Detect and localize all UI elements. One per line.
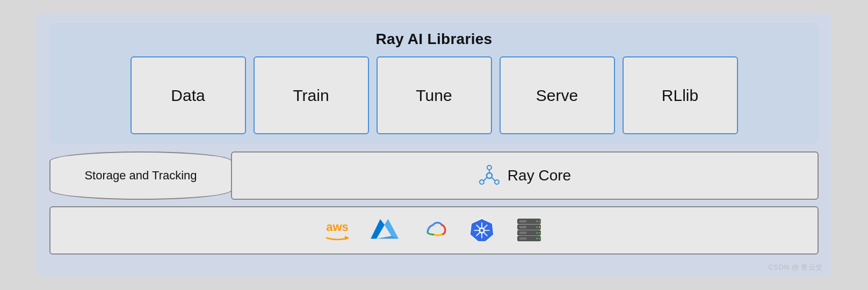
ray-ai-section: Ray AI Libraries Data Train Tune Serve R… (49, 23, 819, 144)
azure-icon (371, 219, 399, 242)
library-card-data: Data (131, 56, 246, 134)
storage-tracking-label: Storage and Tracking (84, 169, 197, 183)
cloud-providers: aws (49, 206, 819, 255)
library-card-serve-label: Serve (536, 86, 578, 105)
aws-text: aws (326, 220, 349, 234)
svg-point-3 (480, 180, 484, 184)
svg-point-5 (495, 180, 499, 184)
svg-marker-8 (371, 219, 385, 239)
middle-row: Storage and Tracking Ray Core (49, 151, 819, 200)
aws-icon: aws (326, 220, 349, 241)
svg-point-31 (536, 232, 538, 234)
library-card-tune-label: Tune (416, 86, 452, 105)
ray-core: Ray Core (231, 151, 819, 200)
aws-arrow-svg (326, 235, 349, 241)
svg-point-34 (539, 238, 540, 240)
svg-rect-35 (519, 220, 526, 222)
storage-tracking: Storage and Tracking (49, 151, 232, 200)
ray-core-icon (479, 165, 500, 186)
server-icon (516, 218, 542, 243)
library-card-train-label: Train (293, 86, 329, 105)
svg-point-32 (539, 232, 540, 234)
ray-ai-title: Ray AI Libraries (58, 31, 810, 48)
svg-point-14 (480, 229, 483, 232)
svg-line-6 (491, 178, 495, 181)
svg-rect-38 (519, 237, 526, 240)
svg-point-30 (539, 226, 540, 228)
svg-point-28 (539, 221, 540, 222)
svg-point-0 (487, 173, 492, 178)
svg-rect-36 (519, 226, 526, 228)
watermark: CSDN @ 青云交 (769, 263, 823, 272)
library-card-serve: Serve (500, 56, 615, 134)
svg-point-29 (536, 226, 538, 228)
svg-marker-10 (385, 219, 399, 239)
svg-rect-37 (519, 231, 526, 234)
svg-marker-7 (345, 236, 349, 240)
svg-point-33 (536, 238, 538, 240)
library-card-data-label: Data (171, 86, 205, 105)
main-container: Ray AI Libraries Data Train Tune Serve R… (37, 13, 831, 277)
library-card-train: Train (254, 56, 369, 134)
library-card-rllib-label: RLlib (662, 86, 698, 105)
svg-line-4 (483, 178, 487, 181)
library-card-rllib: RLlib (623, 56, 738, 134)
bottom-sections: Storage and Tracking Ray Core (49, 151, 819, 267)
ray-core-label: Ray Core (508, 167, 571, 184)
library-card-tune: Tune (377, 56, 492, 134)
kubernetes-icon (469, 218, 494, 243)
library-cards: Data Train Tune Serve RLlib (58, 56, 810, 134)
svg-point-1 (487, 165, 491, 170)
svg-point-27 (536, 221, 538, 222)
gcloud-icon (420, 219, 448, 242)
